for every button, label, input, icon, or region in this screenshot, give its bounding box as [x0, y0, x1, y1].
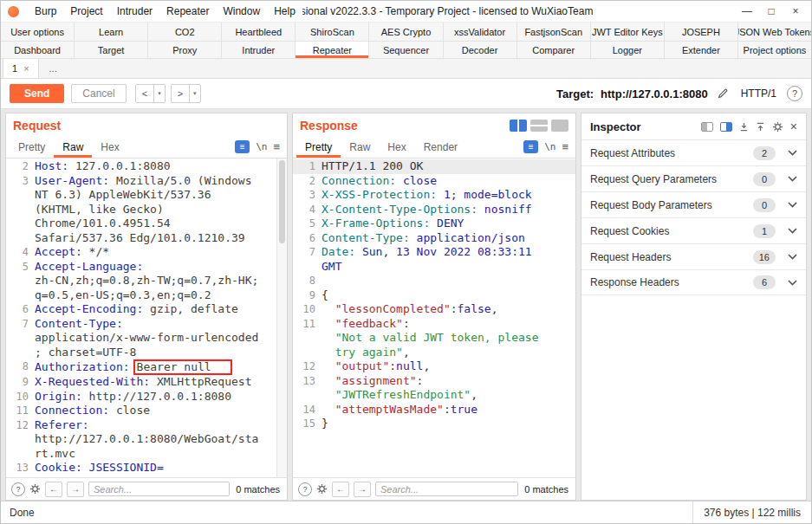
editor-line[interactable]: application/x-www-form-urlencoded	[6, 331, 287, 346]
http-version-selector[interactable]: HTTP/1	[741, 87, 776, 100]
extension-tab-joseph[interactable]: JOSEPH	[665, 23, 738, 41]
inspector-section-request-body-parameters[interactable]: Request Body Parameters0	[581, 191, 806, 217]
search-help-icon[interactable]: ?	[298, 482, 312, 496]
request-view-tab-raw[interactable]: Raw	[54, 136, 92, 158]
inspector-section-request-query-parameters[interactable]: Request Query Parameters0	[581, 165, 806, 191]
module-tab-dashboard[interactable]: Dashboard	[1, 42, 75, 58]
edit-target-icon[interactable]	[717, 87, 729, 100]
editor-line[interactable]: 6Content-Type: application/json	[293, 231, 575, 246]
extension-tab-aes-crypto[interactable]: AES Crypto	[369, 23, 443, 41]
extension-tab-json-web-tokens[interactable]: JSON Web Tokens	[738, 23, 811, 41]
editor-line[interactable]: 1HTTP/1.1 200 OK	[293, 159, 575, 174]
editor-line[interactable]: 13Cookie: JSESSIONID=	[6, 461, 287, 475]
editor-line[interactable]: 10Origin: http://127.0.0.1:8080	[6, 390, 287, 404]
chevron-down-icon[interactable]	[788, 280, 797, 286]
module-tab-sequencer[interactable]: Sequencer	[369, 42, 443, 58]
menu-help[interactable]: Help	[267, 1, 302, 22]
response-view-tab-pretty[interactable]: Pretty	[296, 136, 341, 158]
inspector-section-request-headers[interactable]: Request Headers16	[581, 243, 806, 269]
request-view-tab-hex[interactable]: Hex	[92, 136, 127, 158]
minimize-button[interactable]: —	[735, 1, 759, 22]
show-newlines-icon[interactable]: \n	[256, 141, 267, 152]
request-search-input[interactable]	[88, 482, 230, 496]
editor-line[interactable]: 7Date: Sun, 13 Nov 2022 08:33:11	[293, 245, 575, 260]
editor-line[interactable]: 3User-Agent: Mozilla/5.0 (Windows	[6, 174, 287, 189]
editor-line[interactable]: 6Accept-Encoding: gzip, deflate	[6, 302, 287, 317]
search-prev-icon[interactable]: ←	[332, 482, 349, 497]
response-search-input[interactable]	[375, 482, 518, 496]
collapse-all-icon[interactable]	[739, 122, 749, 132]
prev-dropdown-caret-icon[interactable]: ▾	[153, 85, 165, 102]
extension-tab-jwt-editor-keys[interactable]: JWT Editor Keys	[591, 23, 665, 41]
repeater-tab-more[interactable]: ...	[39, 59, 68, 78]
editor-menu-icon[interactable]: ≡	[562, 140, 568, 153]
editor-line[interactable]: Chrome/101.0.4951.54	[6, 217, 287, 231]
inspector-settings-gear-icon[interactable]	[772, 121, 783, 133]
response-view-tab-render[interactable]: Render	[415, 136, 466, 158]
editor-line[interactable]: 15}	[293, 417, 575, 431]
module-tab-decoder[interactable]: Decoder	[444, 42, 517, 58]
module-tab-comparer[interactable]: Comparer	[517, 42, 591, 58]
editor-line[interactable]: 11 "feedback":	[293, 317, 575, 332]
editor-line[interactable]: 8	[293, 274, 575, 288]
editor-line[interactable]: 13 "assignment":	[293, 374, 575, 389]
close-button[interactable]: ×	[783, 1, 808, 22]
editor-line[interactable]: Safari/537.36 Edg/101.0.1210.39	[6, 231, 287, 246]
scrollbar-thumb[interactable]	[279, 160, 285, 243]
editor-line[interactable]: 7Content-Type:	[6, 317, 287, 332]
editor-line[interactable]: NT 6.3) AppleWebKit/537.36	[6, 188, 287, 203]
rows-layout-icon[interactable]	[530, 120, 548, 132]
editor-line[interactable]: 10 "lessonCompleted":false,	[293, 302, 575, 317]
menu-repeater[interactable]: Repeater	[159, 1, 216, 22]
show-newlines-icon[interactable]: \n	[544, 141, 555, 152]
request-editor[interactable]: 2Host: 127.0.0.1:80803User-Agent: Mozill…	[6, 158, 287, 477]
editor-line[interactable]: "Not a valid JWT token, please	[293, 331, 575, 346]
chevron-down-icon[interactable]	[788, 228, 797, 234]
extension-tab-learn[interactable]: Learn	[75, 23, 148, 41]
editor-line[interactable]: 4X-Content-Type-Options: nosniff	[293, 203, 575, 217]
next-dropdown-caret-icon[interactable]: ▾	[189, 85, 200, 102]
module-tab-logger[interactable]: Logger	[591, 42, 665, 58]
inspector-section-response-headers[interactable]: Response Headers6	[581, 269, 806, 295]
format-settings-icon[interactable]: ≡	[235, 140, 250, 153]
editor-line[interactable]: http://127.0.0.1:8080/WebGoat/sta	[6, 432, 287, 447]
columns-layout-icon[interactable]	[510, 120, 527, 132]
menu-intruder[interactable]: Intruder	[110, 1, 159, 22]
request-scrollbar[interactable]	[276, 158, 287, 477]
cancel-button[interactable]: Cancel	[71, 84, 126, 103]
editor-line[interactable]: 5Accept-Language:	[6, 260, 287, 275]
menu-project[interactable]: Project	[63, 1, 109, 22]
editor-line[interactable]: 12Referer:	[6, 418, 287, 433]
send-button[interactable]: Send	[10, 84, 64, 103]
module-tab-intruder[interactable]: Intruder	[222, 42, 296, 58]
search-prev-icon[interactable]: ←	[45, 482, 62, 497]
next-request-button[interactable]: > ▾	[171, 84, 201, 103]
response-view-tab-raw[interactable]: Raw	[341, 136, 379, 158]
editor-line[interactable]: 9X-Requested-With: XMLHttpRequest	[6, 375, 287, 390]
repeater-tab-1[interactable]: 1 ×	[3, 59, 39, 78]
editor-line[interactable]: GMT	[293, 260, 575, 275]
editor-line[interactable]: ; charset=UTF-8	[6, 346, 287, 360]
request-view-tab-pretty[interactable]: Pretty	[10, 136, 54, 158]
dock-right-icon[interactable]	[720, 122, 732, 132]
extension-tab-heartbleed[interactable]: Heartbleed	[222, 23, 296, 41]
extension-tab-user-options[interactable]: User options	[1, 23, 75, 41]
chevron-down-icon[interactable]	[788, 150, 797, 156]
inspector-close-icon[interactable]: ×	[790, 120, 797, 133]
chevron-down-icon[interactable]	[788, 254, 797, 260]
module-tab-repeater[interactable]: Repeater	[296, 42, 369, 58]
editor-line[interactable]: 8Authorization:Bearer null	[6, 359, 287, 375]
editor-line[interactable]: 14 "attemptWasMade":true	[293, 403, 575, 417]
editor-line[interactable]: zh-CN,zh;q=0.8,zh-TW;q=0.7,zh-HK;	[6, 274, 287, 288]
prev-request-button[interactable]: < ▾	[135, 84, 166, 103]
menu-burp[interactable]: Burp	[28, 1, 63, 22]
help-icon[interactable]: ?	[787, 86, 802, 101]
editor-line[interactable]: 4Accept: */*	[6, 245, 287, 260]
dock-left-icon[interactable]	[701, 122, 713, 132]
editor-line[interactable]: 5X-Frame-Options: DENY	[293, 217, 575, 231]
editor-line[interactable]: 9{	[293, 288, 575, 303]
menu-window[interactable]: Window	[216, 1, 267, 22]
editor-menu-icon[interactable]: ≡	[273, 140, 280, 153]
search-next-icon[interactable]: →	[354, 482, 371, 497]
chevron-down-icon[interactable]	[788, 176, 797, 182]
